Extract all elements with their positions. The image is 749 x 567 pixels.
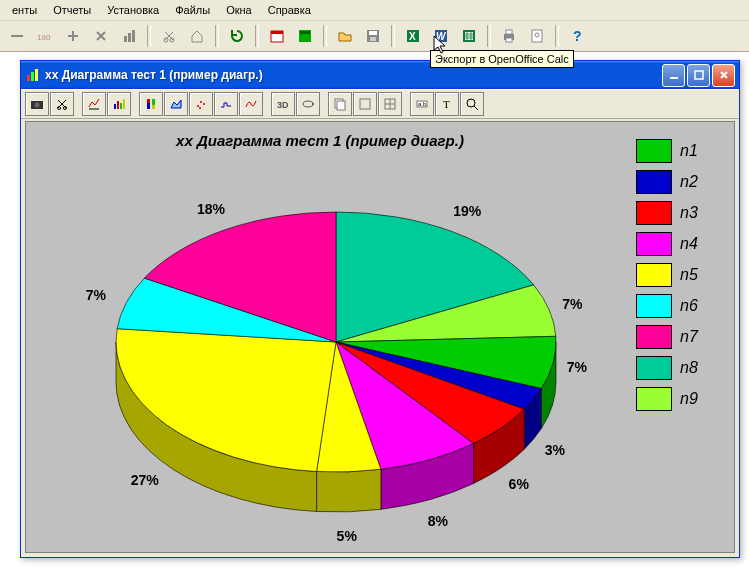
- plus-icon[interactable]: [60, 23, 86, 49]
- menu-item[interactable]: Отчеты: [45, 2, 99, 18]
- preview-icon[interactable]: [524, 23, 550, 49]
- pie-label: 19%: [453, 203, 481, 219]
- refresh-icon[interactable]: [224, 23, 250, 49]
- legend-label: п7: [680, 328, 698, 346]
- chart-toolbar: 3D a.b T: [21, 89, 739, 119]
- svg-rect-27: [31, 72, 34, 81]
- pie-label: 7%: [562, 296, 582, 312]
- tooltip: Экспорт в OpenOffice Calc: [430, 50, 574, 68]
- svg-rect-22: [506, 38, 512, 42]
- svg-text:X: X: [409, 31, 416, 42]
- legend: п1п2п3п4п5п6п7п8п9: [636, 132, 726, 418]
- svg-point-56: [467, 99, 475, 107]
- chart-icon[interactable]: [116, 23, 142, 49]
- calculator-icon[interactable]: [292, 23, 318, 49]
- svg-rect-36: [117, 101, 119, 109]
- svg-point-43: [197, 105, 199, 107]
- step-chart-icon[interactable]: [214, 92, 238, 116]
- 3d-icon[interactable]: 3D: [271, 92, 295, 116]
- grid-icon[interactable]: [378, 92, 402, 116]
- svg-rect-38: [123, 99, 125, 109]
- legend-item[interactable]: п3: [636, 201, 726, 225]
- svg-point-33: [58, 107, 61, 110]
- svg-text:3D: 3D: [277, 100, 289, 110]
- pie-label: 7%: [86, 287, 106, 303]
- svg-point-32: [35, 103, 40, 108]
- pie-label: 27%: [131, 472, 159, 488]
- svg-rect-12: [369, 31, 377, 35]
- legend-item[interactable]: п1: [636, 139, 726, 163]
- legend-item[interactable]: п9: [636, 387, 726, 411]
- legend-item[interactable]: п8: [636, 356, 726, 380]
- scissors-icon[interactable]: [156, 23, 182, 49]
- toolbar-btn-1[interactable]: [4, 23, 30, 49]
- svg-point-34: [64, 107, 67, 110]
- menu-item[interactable]: енты: [4, 2, 45, 18]
- svg-rect-35: [114, 104, 116, 109]
- help-icon[interactable]: ?: [564, 23, 590, 49]
- menu-item[interactable]: Файлы: [167, 2, 218, 18]
- text-icon[interactable]: T: [435, 92, 459, 116]
- legend-swatch: [636, 232, 672, 256]
- legend-swatch: [636, 356, 672, 380]
- camera-icon[interactable]: [25, 92, 49, 116]
- legend-item[interactable]: п7: [636, 325, 726, 349]
- svg-rect-13: [370, 37, 376, 41]
- legend-item[interactable]: п2: [636, 170, 726, 194]
- rotate-icon[interactable]: [296, 92, 320, 116]
- titlebar[interactable]: xx Диаграмма тест 1 (пример диагр.): [21, 61, 739, 89]
- svg-rect-4: [132, 30, 135, 42]
- legend-label: п9: [680, 390, 698, 408]
- spline-icon[interactable]: [239, 92, 263, 116]
- window-title: xx Диаграмма тест 1 (пример диагр.): [45, 68, 660, 82]
- svg-point-45: [203, 103, 205, 105]
- openoffice-calc-icon[interactable]: [456, 23, 482, 49]
- svg-rect-2: [124, 36, 127, 42]
- legend-swatch: [636, 387, 672, 411]
- legend-item[interactable]: п5: [636, 263, 726, 287]
- save-icon[interactable]: [360, 23, 386, 49]
- svg-text:?: ?: [573, 28, 582, 44]
- x-icon[interactable]: [88, 23, 114, 49]
- menu-item[interactable]: Окна: [218, 2, 260, 18]
- stacked-bar-icon[interactable]: [139, 92, 163, 116]
- window-icon: [25, 67, 41, 83]
- toolbar-btn-2[interactable]: 180: [32, 23, 58, 49]
- excel-icon[interactable]: X: [400, 23, 426, 49]
- pie-chart: 19%7%7%3%6%8%5%27%7%18%: [66, 172, 586, 532]
- menu-item[interactable]: Установка: [99, 2, 167, 18]
- label-icon[interactable]: a.b: [410, 92, 434, 116]
- svg-rect-21: [506, 30, 512, 34]
- line-chart-icon[interactable]: [82, 92, 106, 116]
- cut-icon[interactable]: [50, 92, 74, 116]
- scatter-icon[interactable]: [189, 92, 213, 116]
- legend-label: п6: [680, 297, 698, 315]
- svg-rect-42: [152, 105, 155, 109]
- home-icon[interactable]: [184, 23, 210, 49]
- close-button[interactable]: [712, 64, 735, 87]
- pie-label: 8%: [428, 513, 448, 529]
- zoom-icon[interactable]: [460, 92, 484, 116]
- legend-label: п1: [680, 142, 698, 160]
- maximize-button[interactable]: [687, 64, 710, 87]
- app-toolbar: 180 X W ?: [0, 21, 749, 52]
- menu-item[interactable]: Справка: [260, 2, 319, 18]
- print-icon[interactable]: [496, 23, 522, 49]
- bar-chart-icon[interactable]: [107, 92, 131, 116]
- panel-icon[interactable]: [353, 92, 377, 116]
- area-chart-icon[interactable]: [164, 92, 188, 116]
- legend-item[interactable]: п4: [636, 232, 726, 256]
- legend-label: п5: [680, 266, 698, 284]
- app-menubar: енты Отчеты Установка Файлы Окна Справка: [0, 0, 749, 21]
- open-icon[interactable]: [332, 23, 358, 49]
- svg-rect-10: [300, 31, 310, 34]
- legend-item[interactable]: п6: [636, 294, 726, 318]
- minimize-button[interactable]: [662, 64, 685, 87]
- svg-text:a.b: a.b: [418, 101, 427, 107]
- svg-rect-30: [695, 71, 703, 79]
- legend-label: п2: [680, 173, 698, 191]
- copy-icon[interactable]: [328, 92, 352, 116]
- pie-label: 5%: [337, 528, 357, 544]
- calendar-icon[interactable]: [264, 23, 290, 49]
- pie-label: 18%: [197, 201, 225, 217]
